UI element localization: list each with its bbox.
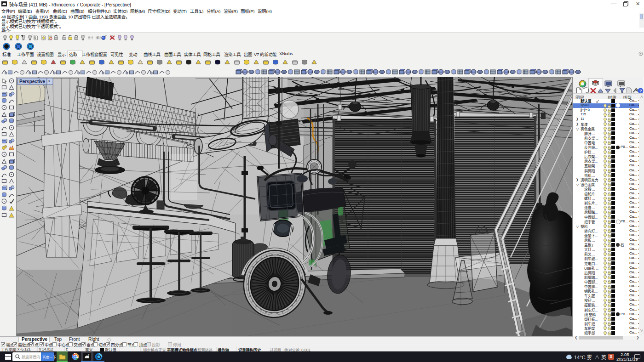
svg-text:?: ? <box>639 89 642 93</box>
svg-text:Perspective: Perspective <box>19 79 46 84</box>
svg-text:▾: ▾ <box>48 79 50 83</box>
